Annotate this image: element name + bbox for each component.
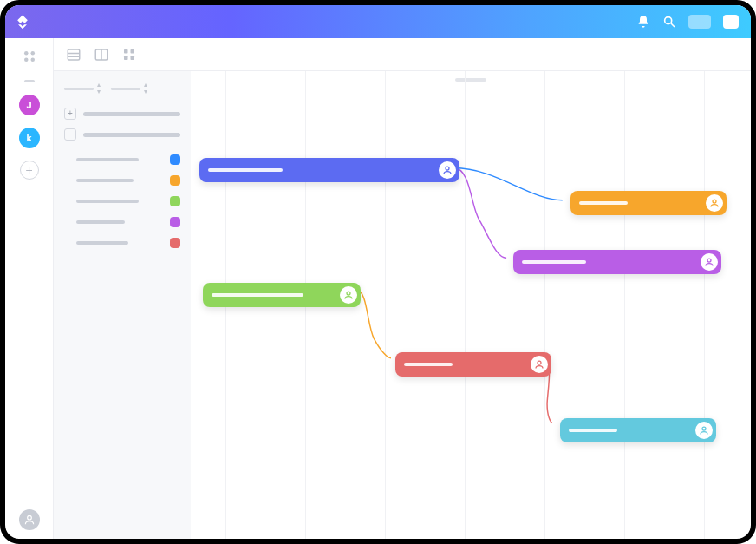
sidebar-task-item[interactable] (64, 191, 180, 212)
list-view-icon[interactable] (66, 47, 81, 62)
svg-rect-14 (124, 56, 128, 60)
app-window: J k + ▴▾ ▴▾ + (0, 0, 756, 544)
color-chip (170, 217, 180, 227)
svg-point-16 (446, 167, 449, 170)
timeline-handle[interactable] (455, 78, 486, 82)
app-logo[interactable] (14, 13, 31, 30)
svg-point-4 (24, 58, 29, 62)
sidebar-filters: ▴▾ ▴▾ (64, 82, 180, 95)
board-view-icon[interactable] (94, 47, 109, 62)
workspace-avatar-1[interactable]: J (19, 95, 40, 115)
left-rail: J k + (5, 38, 54, 539)
svg-point-5 (30, 58, 35, 62)
task-label (76, 241, 128, 245)
apps-icon[interactable] (22, 49, 37, 68)
filter-2[interactable]: ▴▾ (111, 82, 147, 95)
task-title (208, 168, 283, 172)
gantt-task[interactable] (513, 250, 721, 274)
assignee-avatar[interactable] (701, 253, 718, 271)
sidebar-task-item[interactable] (64, 170, 180, 191)
search-icon[interactable] (662, 15, 676, 29)
sidebar-group-1: + (64, 108, 180, 120)
svg-rect-12 (124, 49, 128, 54)
svg-point-18 (707, 259, 711, 262)
svg-rect-7 (68, 49, 80, 60)
assignee-avatar[interactable] (531, 356, 548, 373)
grid-line (544, 71, 545, 539)
sidebar-task-item[interactable] (64, 212, 180, 233)
svg-rect-15 (131, 56, 135, 60)
group-title (83, 112, 180, 116)
task-title (212, 293, 303, 297)
svg-point-19 (347, 292, 350, 295)
grid-line (465, 71, 466, 539)
svg-point-3 (30, 51, 35, 56)
assignee-avatar[interactable] (706, 194, 723, 212)
gantt-task[interactable] (570, 191, 727, 215)
task-title (579, 201, 628, 205)
add-workspace-button[interactable]: + (20, 161, 39, 180)
svg-point-0 (665, 17, 672, 24)
user-avatar[interactable] (19, 509, 40, 530)
gantt-chart[interactable] (191, 71, 751, 539)
topbar-pill[interactable] (688, 15, 711, 29)
grid-line (624, 71, 625, 539)
collapse-toggle[interactable]: − (64, 128, 76, 141)
color-chip (170, 238, 180, 248)
gantt-task[interactable] (203, 283, 361, 307)
task-label (76, 200, 139, 203)
svg-point-6 (27, 515, 31, 520)
grid-line (385, 71, 386, 539)
grid-line (704, 71, 705, 539)
task-title (522, 260, 586, 264)
svg-point-17 (713, 200, 716, 203)
color-chip (170, 154, 180, 165)
sidebar-task-item[interactable] (64, 233, 180, 253)
topbar-square[interactable] (723, 15, 739, 29)
gantt-task[interactable] (199, 158, 459, 182)
svg-line-1 (671, 23, 675, 27)
sidebar-group-2: − (64, 128, 180, 253)
gantt-task[interactable] (395, 352, 551, 377)
task-label (76, 158, 139, 161)
task-title (404, 363, 453, 366)
assignee-avatar[interactable] (439, 161, 456, 179)
color-chip (170, 175, 180, 186)
assignee-avatar[interactable] (695, 422, 713, 439)
expand-toggle[interactable]: + (64, 108, 76, 120)
svg-point-21 (702, 427, 706, 430)
rail-divider (24, 80, 35, 82)
workspace-avatar-2[interactable]: k (19, 128, 40, 148)
topbar (5, 5, 751, 38)
task-label (76, 179, 134, 182)
sidebar-task-item[interactable] (64, 149, 180, 170)
task-sidebar: ▴▾ ▴▾ + − (54, 71, 191, 539)
grid-view-icon[interactable] (121, 47, 137, 62)
svg-point-2 (24, 51, 29, 56)
gantt-task[interactable] (560, 418, 716, 442)
bell-icon[interactable] (636, 15, 650, 29)
group-title (83, 133, 180, 137)
svg-point-20 (538, 361, 541, 364)
task-label (76, 220, 125, 224)
filter-1[interactable]: ▴▾ (64, 82, 101, 95)
color-chip (170, 196, 180, 206)
task-title (569, 429, 617, 432)
view-toolbar (54, 38, 751, 71)
assignee-avatar[interactable] (340, 286, 357, 304)
svg-rect-13 (131, 49, 135, 54)
